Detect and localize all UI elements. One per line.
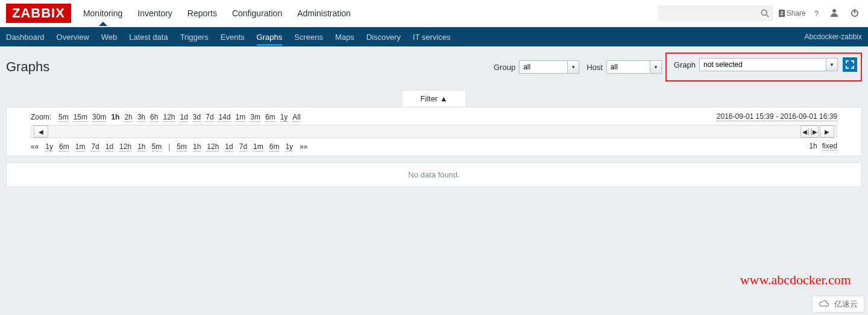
top-nav: Monitoring Inventory Reports Configurati… (83, 1, 658, 25)
search-input[interactable] (658, 6, 773, 21)
sub-navbar: Dashboard Overview Web Latest data Trigg… (0, 27, 868, 46)
subnav-screens[interactable]: Screens (294, 28, 323, 46)
scroll-right-button[interactable]: ▶ (820, 126, 834, 138)
zoom-15m[interactable]: 15m (74, 113, 87, 122)
time-mode-toggle[interactable]: fixed (822, 142, 837, 151)
shift-left-6m[interactable]: 6m (59, 142, 69, 151)
zoom-1y[interactable]: 1y (280, 113, 288, 122)
zoom-14d[interactable]: 14d (219, 113, 231, 122)
share-label: Share (787, 9, 806, 18)
zoom-1d[interactable]: 1d (180, 113, 188, 122)
time-nav-box: Zoom: 5m15m30m1h2h3h6h12h1d3d7d14d1m3m6m… (6, 107, 862, 156)
sub-nav-left: Dashboard Overview Web Latest data Trigg… (6, 28, 805, 46)
subnav-events[interactable]: Events (221, 28, 245, 46)
shift-left-12h[interactable]: 12h (119, 142, 131, 151)
shift-right-suffix: »» (300, 142, 307, 151)
corner-logo: 亿速云 (812, 296, 864, 313)
subnav-web[interactable]: Web (101, 28, 118, 46)
graph-label: Graph (674, 60, 696, 69)
zoom-row: Zoom: 5m15m30m1h2h3h6h12h1d3d7d14d1m3m6m… (31, 112, 837, 121)
zoom-label: Zoom: (31, 113, 51, 121)
page-header-row: Graphs Group all Host all Graph not sele… (0, 46, 868, 88)
watermark: www.abcdocker.com (740, 272, 851, 288)
top-right-controls: ZShare ? (658, 5, 862, 22)
zoom-All[interactable]: All (292, 113, 300, 122)
power-icon[interactable] (848, 5, 862, 22)
shift-right-6m[interactable]: 6m (269, 142, 280, 151)
subnav-discovery[interactable]: Discovery (366, 28, 401, 46)
subnav-maps[interactable]: Maps (335, 28, 354, 46)
subnav-graphs[interactable]: Graphs (257, 28, 283, 46)
zoom-1h[interactable]: 1h (111, 113, 119, 121)
zoom-1m[interactable]: 1m (236, 113, 246, 122)
graph-select[interactable]: not selected (699, 58, 838, 71)
host-label: Host (587, 63, 603, 72)
shift-left-7d[interactable]: 7d (91, 142, 99, 151)
graph-filter-highlight: Graph not selected (665, 52, 862, 81)
filter-controls: Group all Host all Graph not selected (490, 52, 862, 81)
zoom-3h[interactable]: 3h (137, 113, 145, 122)
zoom-7d[interactable]: 7d (206, 113, 213, 122)
subnav-it-services[interactable]: IT services (413, 28, 451, 46)
zoom-5m[interactable]: 5m (58, 113, 69, 122)
svg-point-0 (762, 10, 767, 15)
group-label: Group (494, 63, 515, 72)
nav-reports[interactable]: Reports (187, 1, 217, 25)
user-icon[interactable] (827, 5, 841, 22)
zoom-2h[interactable]: 2h (124, 113, 132, 122)
filter-toggle-button[interactable]: Filter ▲ (401, 90, 466, 107)
group-select[interactable]: all (519, 60, 579, 74)
zoom-3d[interactable]: 3d (193, 113, 201, 122)
no-data-message: No data found. (6, 162, 862, 187)
fullscreen-icon (846, 60, 854, 69)
shift-right-1d[interactable]: 1d (225, 142, 233, 151)
host-select[interactable]: all (606, 60, 662, 74)
filter-toggle-bar: Filter ▲ (0, 90, 868, 107)
shift-row: «« 1y6m1m7d1d12h1h5m | 5m1h12h1d7d1m6m1y… (31, 142, 837, 151)
scroll-left-button[interactable]: ◀ (34, 126, 48, 138)
search-icon (761, 9, 769, 18)
subnav-overview[interactable]: Overview (57, 28, 89, 46)
shift-left-prefix: «« (31, 142, 39, 151)
shift-right-7d[interactable]: 7d (239, 142, 247, 151)
nav-administration[interactable]: Administration (297, 1, 351, 25)
zoom-12h[interactable]: 12h (163, 113, 175, 122)
shift-left-1d[interactable]: 1d (105, 142, 113, 151)
current-zoom: 1h (809, 142, 817, 151)
zoom-3m[interactable]: 3m (250, 113, 260, 122)
shift-right-1h[interactable]: 1h (193, 142, 201, 151)
shift-left-5m[interactable]: 5m (152, 142, 162, 151)
nav-monitoring[interactable]: Monitoring (83, 1, 122, 25)
top-navbar: ZABBIX Monitoring Inventory Reports Conf… (0, 0, 868, 27)
subnav-dashboard[interactable]: Dashboard (6, 28, 45, 46)
subnav-triggers[interactable]: Triggers (180, 28, 209, 46)
shift-left-1y[interactable]: 1y (45, 142, 53, 151)
shift-left-1h[interactable]: 1h (137, 142, 145, 151)
zoom-6h[interactable]: 6h (150, 113, 158, 122)
zoom-30m[interactable]: 30m (92, 113, 106, 122)
shift-left-1m[interactable]: 1m (75, 142, 86, 151)
zoom-6m[interactable]: 6m (265, 113, 275, 122)
subnav-latest-data[interactable]: Latest data (129, 28, 168, 46)
nav-configuration[interactable]: Configuration (232, 1, 282, 25)
logo[interactable]: ZABBIX (6, 4, 71, 23)
shift-separator: | (168, 142, 170, 151)
shift-right-12h[interactable]: 12h (207, 142, 219, 151)
help-button[interactable]: ? (812, 7, 821, 21)
nav-inventory[interactable]: Inventory (137, 1, 172, 25)
shift-right-1y[interactable]: 1y (285, 142, 293, 151)
page-title: Graphs (6, 59, 490, 75)
svg-point-2 (832, 9, 836, 13)
svg-line-1 (767, 15, 769, 18)
nav-arrow-strip: ◀ ◀┊┊▶ ▶ (31, 125, 837, 138)
shift-right-5m[interactable]: 5m (177, 142, 187, 151)
scroll-handle-button[interactable]: ◀┊┊▶ (800, 126, 819, 138)
shift-right-1m[interactable]: 1m (253, 142, 263, 151)
share-button[interactable]: ZShare (779, 9, 806, 18)
fullscreen-button[interactable] (843, 57, 857, 72)
time-range[interactable]: 2016-09-01 15:39 - 2016-09-01 16:39 (717, 112, 837, 121)
corner-logo-text: 亿速云 (834, 299, 858, 310)
server-name: Abcdocker-zabbix (805, 33, 862, 41)
